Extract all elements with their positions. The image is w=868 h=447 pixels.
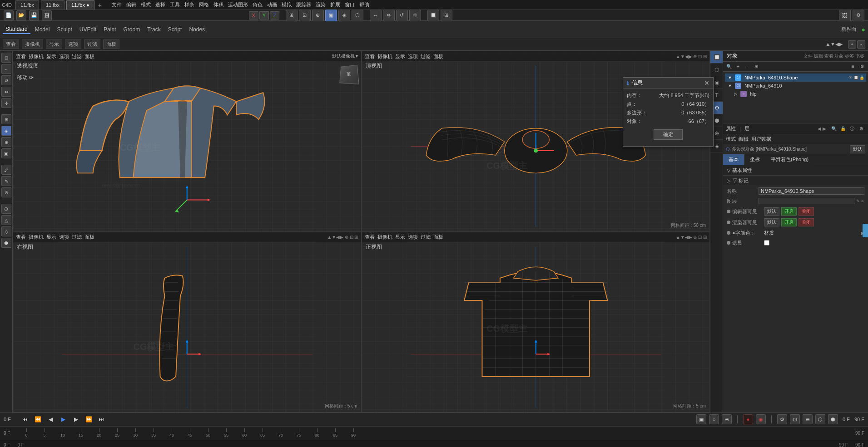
vp3-display[interactable]: 显示 bbox=[46, 234, 56, 241]
vp2-filter[interactable]: 过滤 bbox=[421, 53, 431, 60]
left-mesh-1[interactable]: ⬡ bbox=[1, 204, 11, 214]
scene-search[interactable]: 🔍 bbox=[725, 63, 733, 71]
prop-search[interactable]: 🔍 bbox=[830, 125, 838, 133]
render-settings-btn[interactable]: ⚙ bbox=[853, 10, 864, 21]
nav-nodes[interactable]: Nodes bbox=[186, 25, 208, 34]
left-move-tool[interactable]: ↔ bbox=[1, 64, 11, 74]
scene-del[interactable]: - bbox=[743, 63, 751, 71]
menu-help[interactable]: 帮助 bbox=[359, 1, 369, 8]
left-transform-tool[interactable]: ✛ bbox=[1, 98, 11, 108]
timeline-mode-3[interactable]: ⊕ bbox=[722, 414, 732, 424]
left-tool-8[interactable]: ▣ bbox=[1, 148, 11, 158]
prop-tab-basic[interactable]: 基本 bbox=[723, 154, 744, 165]
menu-select[interactable]: 选择 bbox=[155, 1, 165, 8]
btn-play[interactable]: ▶ bbox=[58, 414, 68, 424]
viewport-perspective[interactable]: 查看 摄像机 显示 选项 过滤 面板 默认摄像机 ▾ 透视视图 移动 ⟳ bbox=[13, 51, 362, 232]
vp1-view[interactable]: 查看 bbox=[16, 53, 26, 60]
move-tool[interactable]: ↔ bbox=[370, 10, 382, 21]
axis-z[interactable]: Z bbox=[270, 11, 279, 20]
record-btn[interactable]: ● bbox=[743, 414, 753, 424]
nav-uvedit[interactable]: UVEdit bbox=[77, 25, 99, 34]
nav-script[interactable]: Script bbox=[165, 25, 185, 34]
scene-item-0-lock[interactable]: 🔒 bbox=[859, 75, 864, 80]
nav-paint[interactable]: Paint bbox=[101, 25, 119, 34]
vp3-view[interactable]: 查看 bbox=[16, 234, 26, 241]
prop-render-vis-on[interactable]: 开启 bbox=[781, 218, 797, 226]
timeline-tool-3[interactable]: ⊕ bbox=[803, 414, 813, 424]
btn-next-key[interactable]: ⏩ bbox=[84, 414, 94, 424]
left-scale-tool[interactable]: ⇔ bbox=[1, 87, 11, 97]
vp2-view[interactable]: 查看 bbox=[365, 53, 375, 60]
menu-volume[interactable]: 体积 bbox=[213, 1, 223, 8]
left-paint-3[interactable]: ⊘ bbox=[1, 187, 11, 197]
menu-mograph[interactable]: 运动图形 bbox=[228, 1, 248, 8]
menu-tools[interactable]: 工具 bbox=[170, 1, 180, 8]
vp3-panel[interactable]: 面板 bbox=[84, 234, 94, 241]
vp1-filter[interactable]: 过滤 bbox=[72, 53, 82, 60]
uv-mode-btn[interactable]: ▣ bbox=[325, 10, 337, 21]
dialog-confirm-btn[interactable]: 确定 bbox=[654, 129, 683, 140]
vp4-display[interactable]: 显示 bbox=[395, 234, 405, 241]
prop-label-header[interactable]: ▷ ▽ 标记 bbox=[723, 176, 868, 186]
axis-y[interactable]: Y bbox=[259, 11, 269, 20]
scene-settings[interactable]: ⚙ bbox=[858, 63, 866, 71]
nav-cube-vp1[interactable]: 顶 bbox=[339, 65, 357, 83]
prop-tab-coord[interactable]: 坐标 bbox=[744, 154, 765, 165]
btn-go-end[interactable]: ⏭ bbox=[96, 414, 106, 424]
sec-view[interactable]: 查看 bbox=[3, 39, 19, 49]
prop-info[interactable]: ⓘ bbox=[848, 125, 856, 133]
vp2-camera[interactable]: 摄像机 bbox=[377, 53, 392, 60]
vp-zoom-in[interactable]: + bbox=[848, 40, 856, 49]
vp4-options[interactable]: 选项 bbox=[408, 234, 418, 241]
motion-record-btn[interactable]: ◉ bbox=[756, 414, 766, 424]
scene-group[interactable]: ⊞ bbox=[752, 63, 760, 71]
menu-window[interactable]: 窗口 bbox=[345, 1, 355, 8]
timeline-tool-1[interactable]: ⚙ bbox=[777, 414, 787, 424]
timeline-tool-2[interactable]: ⊡ bbox=[790, 414, 800, 424]
prop-editor-vis-default[interactable]: 默认 bbox=[764, 207, 779, 216]
left-mesh-3[interactable]: ◇ bbox=[1, 226, 11, 236]
menu-simulate[interactable]: 模拟 bbox=[282, 1, 292, 8]
save-btn[interactable]: 💾 bbox=[29, 10, 39, 20]
vp2-options[interactable]: 选项 bbox=[408, 53, 418, 60]
dialog-close-btn[interactable]: ✕ bbox=[704, 79, 709, 87]
scene-item-0-vis[interactable]: 👁 bbox=[848, 75, 853, 80]
vp1-display[interactable]: 显示 bbox=[46, 53, 56, 60]
scene-add[interactable]: + bbox=[734, 63, 742, 71]
prop-edit-btn[interactable]: 编辑 bbox=[739, 136, 749, 142]
vp4-camera[interactable]: 摄像机 bbox=[377, 234, 392, 241]
sec-panel[interactable]: 面板 bbox=[103, 39, 119, 49]
nav-sculpt[interactable]: Sculpt bbox=[54, 25, 74, 34]
left-paint-2[interactable]: ✎ bbox=[1, 176, 11, 186]
menu-mesh[interactable]: 网格 bbox=[199, 1, 209, 8]
render-btn[interactable]: 🖼 bbox=[42, 10, 52, 20]
menu-tracker[interactable]: 跟踪器 bbox=[296, 1, 311, 8]
prop-layer-clear[interactable]: ✕ bbox=[861, 199, 864, 203]
prop-lock[interactable]: 🔒 bbox=[839, 125, 847, 133]
scale-tool[interactable]: ⇔ bbox=[383, 10, 395, 21]
vp4-view[interactable]: 查看 bbox=[365, 234, 375, 241]
prop-render-vis-default[interactable]: 默认 bbox=[764, 218, 779, 226]
timeline-mode-1[interactable]: ▣ bbox=[696, 414, 706, 424]
sculpt-mode-btn[interactable]: ⬡ bbox=[352, 10, 363, 21]
nav-track[interactable]: Track bbox=[144, 25, 164, 34]
prop-render-vis-off[interactable]: 关闭 bbox=[799, 218, 814, 226]
nav-model[interactable]: Model bbox=[32, 25, 53, 34]
sec-display[interactable]: 显示 bbox=[46, 39, 62, 49]
right-scroll-handle[interactable] bbox=[863, 224, 868, 237]
poly-mode-btn[interactable]: ⊕ bbox=[312, 10, 324, 21]
tab-2[interactable]: 11.fbx bbox=[41, 0, 64, 10]
vp4-filter[interactable]: 过滤 bbox=[421, 234, 431, 241]
prop-userdata-btn[interactable]: 用户数据 bbox=[751, 136, 771, 142]
scene-item-0[interactable]: ▼ ⬡ NMParka_64910.Shape 👁 🔲 🔒 bbox=[725, 74, 866, 82]
new-btn[interactable]: 📄 bbox=[4, 10, 14, 20]
vp4-panel[interactable]: 面板 bbox=[433, 234, 443, 241]
toggle-icon[interactable]: ● bbox=[862, 26, 865, 33]
left-mesh-2[interactable]: △ bbox=[1, 215, 11, 225]
vp3-options[interactable]: 选项 bbox=[59, 234, 69, 241]
grid-btn[interactable]: ⊞ bbox=[441, 10, 452, 21]
vp3-filter[interactable]: 过滤 bbox=[72, 234, 82, 241]
prop-settings[interactable]: ⚙ bbox=[857, 125, 865, 133]
scene-item-0-render[interactable]: 🔲 bbox=[853, 75, 858, 80]
prop-editor-vis-on[interactable]: 开启 bbox=[781, 207, 797, 216]
